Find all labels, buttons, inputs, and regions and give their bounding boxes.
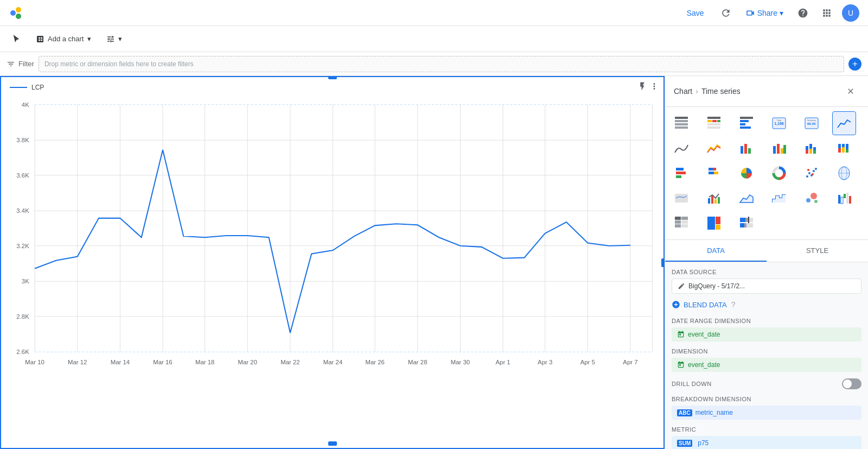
svg-rect-94 (709, 172, 714, 174)
svg-rect-127 (707, 217, 715, 230)
svg-rect-110 (711, 196, 713, 204)
blend-help-icon[interactable]: ? (731, 300, 736, 309)
svg-rect-51 (675, 120, 688, 122)
svg-rect-91 (676, 175, 681, 178)
chart-type-time-series[interactable] (832, 111, 856, 135)
svg-point-115 (814, 200, 818, 203)
resize-handle-bottom[interactable] (328, 441, 337, 446)
chart-type-column[interactable] (767, 136, 791, 160)
chart-type-table-bar[interactable] (735, 111, 758, 135)
svg-rect-111 (714, 199, 717, 204)
svg-point-102 (815, 168, 817, 170)
svg-rect-75 (781, 148, 783, 154)
chart-type-treemap[interactable] (702, 211, 726, 235)
svg-rect-120 (849, 196, 851, 204)
svg-text:3K: 3K (22, 278, 29, 284)
save-button[interactable]: Save (680, 5, 711, 21)
chart-type-smooth[interactable] (669, 136, 693, 160)
chart-type-hbar[interactable] (669, 161, 693, 185)
svg-point-104 (812, 173, 814, 175)
date-range-section: Date Range Dimension event_date (672, 318, 861, 342)
chart-type-bullet[interactable] (735, 211, 758, 235)
svg-text:3.4K: 3.4K (16, 207, 29, 214)
chart-type-line[interactable] (702, 136, 726, 160)
dimension-label: Dimension (672, 348, 861, 355)
dimension-field-name: event_date (688, 361, 720, 369)
add-chart-button[interactable]: Add a chart ▾ (30, 31, 97, 47)
filter-add-button[interactable]: + (848, 58, 861, 71)
chart-type-worldmap[interactable] (669, 186, 693, 210)
chart-type-pivot[interactable] (669, 211, 693, 235)
share-button[interactable]: Share ▾ (741, 5, 788, 21)
user-avatar[interactable]: U (842, 4, 859, 22)
svg-rect-92 (709, 168, 713, 170)
chart-type-grid: 1,168Total 69.3KSessions (665, 107, 868, 240)
tab-style[interactable]: STYLE (767, 240, 868, 262)
chart-type-hstacked[interactable] (702, 161, 726, 185)
chart-type-scorecard-2[interactable]: 69.3KSessions (800, 111, 824, 135)
svg-rect-52 (675, 123, 688, 125)
svg-text:2.6K: 2.6K (16, 349, 29, 355)
chart-type-scorecard-1[interactable]: 1,168Total (767, 111, 791, 135)
chart-type-pie[interactable] (735, 161, 758, 185)
svg-text:Mar 24: Mar 24 (323, 359, 343, 365)
blend-data-button[interactable]: BLEND DATA (672, 298, 727, 311)
svg-rect-79 (809, 144, 812, 149)
chart-type-stepped[interactable] (767, 186, 791, 210)
chart-type-stacked-bar[interactable] (800, 136, 824, 160)
svg-rect-58 (707, 123, 720, 125)
chart-type-donut[interactable] (767, 161, 791, 185)
help-button[interactable] (794, 4, 812, 22)
svg-rect-118 (844, 194, 846, 198)
panel-content: Data source BigQuery - 5/17/2... BLEND D… (665, 262, 868, 449)
chart-type-100bar[interactable] (832, 136, 856, 160)
svg-text:1,168: 1,168 (774, 122, 784, 126)
svg-text:Total: Total (777, 119, 782, 122)
filter-bar: Filter Drop metric or dimension fields h… (0, 52, 868, 76)
tab-data[interactable]: DATA (665, 240, 767, 262)
svg-rect-55 (707, 120, 712, 122)
svg-rect-83 (838, 144, 841, 148)
chart-type-bar[interactable] (735, 136, 758, 160)
breadcrumb-current: Time series (701, 87, 741, 96)
chart-type-waterfall[interactable] (832, 186, 856, 210)
chart-type-bubble[interactable] (800, 186, 824, 210)
chart-type-table[interactable] (669, 111, 693, 135)
svg-point-103 (807, 169, 809, 171)
svg-rect-121 (675, 217, 681, 220)
svg-text:2.8K: 2.8K (16, 313, 29, 320)
svg-rect-85 (842, 144, 845, 147)
panel-header: Chart › Time series (665, 76, 868, 107)
main-layout: LCP .grid-line { stroke: #e0e0e0; stroke… (0, 76, 868, 449)
svg-rect-84 (838, 148, 841, 153)
panel-close-button[interactable] (842, 83, 859, 100)
chart-type-geo[interactable] (832, 161, 856, 185)
chart-menu-button[interactable] (649, 81, 659, 93)
select-tool-button[interactable] (7, 31, 26, 47)
svg-text:Mar 22: Mar 22 (280, 359, 299, 365)
svg-rect-50 (675, 117, 688, 119)
breakdown-label: Breakdown Dimension (672, 396, 861, 402)
chart-flash-button[interactable] (637, 81, 647, 93)
svg-text:Mar 16: Mar 16 (153, 359, 172, 365)
metric-field-button[interactable]: SUM p75 (672, 436, 861, 449)
chart-type-combo[interactable] (702, 186, 726, 210)
svg-rect-112 (718, 197, 720, 204)
svg-rect-78 (806, 150, 808, 154)
add-control-button[interactable]: ▾ (101, 31, 127, 47)
chart-svg-container: .grid-line { stroke: #e0e0e0; stroke-wid… (1, 93, 663, 376)
breakdown-field-button[interactable]: ABC metric_name (672, 406, 861, 420)
dimension-field-button[interactable]: event_date (672, 358, 861, 372)
drill-down-toggle[interactable] (842, 378, 861, 389)
apps-button[interactable] (818, 4, 835, 22)
resize-handle-top[interactable] (328, 76, 337, 79)
data-source-button[interactable]: BigQuery - 5/17/2... (672, 279, 861, 294)
breakdown-section: Breakdown Dimension ABC metric_name (672, 396, 861, 420)
chart-type-scatter[interactable] (800, 161, 824, 185)
date-range-field-button[interactable]: event_date (672, 327, 861, 342)
refresh-button[interactable] (717, 4, 735, 22)
chart-type-area[interactable] (735, 186, 758, 210)
svg-text:Apr 5: Apr 5 (580, 359, 595, 365)
svg-point-1 (16, 7, 21, 12)
chart-type-table-heat[interactable] (702, 111, 726, 135)
